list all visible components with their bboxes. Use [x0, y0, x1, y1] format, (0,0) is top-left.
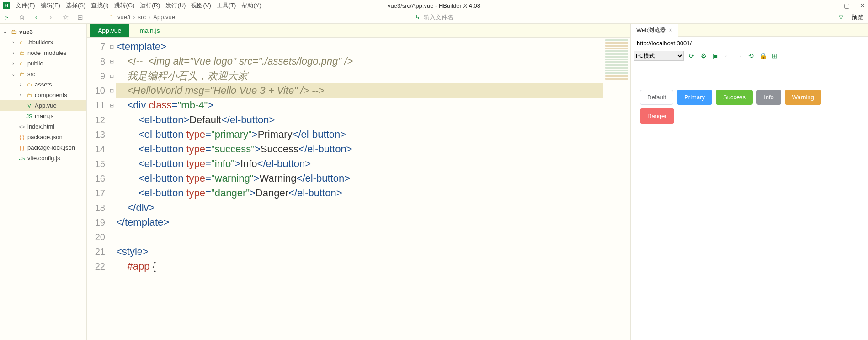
menu-item[interactable]: 运行(R)	[140, 1, 160, 10]
chevron-right-icon: ›	[133, 14, 135, 21]
search-placeholder: 输入文件名	[424, 13, 453, 22]
breadcrumb-part[interactable]: vue3	[117, 14, 130, 21]
tree-label: App.vue	[35, 102, 57, 109]
toolbar: ⎘ ⎙ ‹ › ☆ ⊞ 🗀 vue3 › src › App.vue ↳ 输入文…	[0, 11, 868, 24]
chevron-icon: ⌄	[10, 71, 16, 76]
tree-item[interactable]: ›🗀assets	[0, 79, 86, 90]
tree-label: public	[27, 60, 43, 67]
tree-item[interactable]: VApp.vue	[0, 100, 86, 111]
tree-item[interactable]: <>index.html	[0, 121, 86, 132]
menu-item[interactable]: 发行(U)	[165, 1, 186, 10]
browser-tab[interactable]: Web浏览器 ×	[631, 24, 678, 37]
lock-icon[interactable]: 🔒	[759, 52, 767, 59]
tree-label: vite.config.js	[27, 155, 60, 162]
browser-viewport: DefaultPrimarySuccessInfoWarningDanger	[631, 62, 868, 340]
tree-item[interactable]: { }package.json	[0, 132, 86, 142]
app-logo-icon: H	[3, 2, 10, 9]
editor-tab[interactable]: App.vue	[90, 24, 129, 37]
screenshot-icon[interactable]: ▣	[711, 52, 719, 59]
preview-button-info[interactable]: Info	[756, 90, 781, 105]
tree-label: main.js	[35, 113, 53, 119]
tree-item[interactable]: ›🗀.hbuilderx	[0, 37, 86, 48]
preview-button[interactable]: 预览	[852, 13, 863, 22]
html-icon: <>	[18, 124, 26, 130]
folder-icon: 🗀	[26, 82, 33, 87]
chevron-down-icon: ⌄	[2, 29, 8, 34]
menu-item[interactable]: 文件(F)	[16, 1, 35, 10]
folder-open-icon: 🗀	[10, 28, 17, 35]
chevron-icon: ›	[10, 61, 16, 66]
menubar: H 文件(F)编辑(E)选择(S)查找(I)跳转(G)运行(R)发行(U)视图(…	[0, 0, 868, 11]
menu-item[interactable]: 工具(T)	[217, 1, 236, 10]
chevron-icon: ›	[17, 92, 24, 97]
folder-icon: 🗀	[26, 92, 33, 98]
menu-item[interactable]: 跳转(G)	[114, 1, 135, 10]
browser-tab-label: Web浏览器	[636, 26, 666, 34]
tree-item[interactable]: ›🗀components	[0, 90, 86, 100]
mode-select[interactable]: PC模式	[634, 51, 684, 61]
settings-icon[interactable]: ⚙	[699, 52, 708, 59]
code-editor[interactable]: 78910111213141516171819202122 ⊟⊟⊟⊟⊟ <tem…	[87, 38, 630, 340]
menu-item[interactable]: 帮助(Y)	[241, 1, 261, 10]
folder-icon: 🗀	[109, 14, 115, 21]
grid-icon[interactable]: ⊞	[771, 52, 779, 59]
chevron-icon: ›	[10, 40, 16, 45]
nav-forward-icon[interactable]: ›	[47, 13, 55, 22]
breadcrumb: 🗀 vue3 › src › App.vue	[109, 14, 175, 21]
web-browser-panel: Web浏览器 × PC模式 ⟳ ⚙ ▣ ← → ⟲ 🔒 ⊞ DefaultPri…	[630, 24, 868, 340]
maximize-icon[interactable]: ▢	[844, 2, 850, 9]
chevron-icon: ›	[10, 50, 16, 55]
tree-item[interactable]: ›🗀node_modules	[0, 48, 86, 58]
preview-button-danger[interactable]: Danger	[640, 108, 674, 124]
tree-item[interactable]: JSmain.js	[0, 111, 86, 121]
preview-button-success[interactable]: Success	[716, 90, 753, 105]
save-icon[interactable]: ⎙	[17, 13, 26, 22]
file-explorer[interactable]: ⌄ 🗀 vue3 ›🗀.hbuilderx›🗀node_modules›🗀pub…	[0, 24, 87, 340]
nav-back-icon[interactable]: ‹	[32, 13, 40, 22]
tree-item[interactable]: { }package-lock.json	[0, 142, 86, 153]
breadcrumb-part[interactable]: src	[138, 14, 146, 21]
close-icon[interactable]: ✕	[860, 2, 865, 9]
project-root[interactable]: ⌄ 🗀 vue3	[0, 27, 86, 37]
refresh-icon[interactable]: ⟲	[747, 52, 755, 59]
menu-item[interactable]: 编辑(E)	[41, 1, 60, 10]
breadcrumb-part[interactable]: App.vue	[153, 14, 175, 21]
chevron-right-icon: ›	[149, 14, 150, 21]
menu-item[interactable]: 查找(I)	[91, 1, 108, 10]
back-icon[interactable]: ←	[723, 52, 731, 59]
file-search[interactable]: ↳ 输入文件名	[415, 13, 453, 22]
js-icon: JS	[18, 156, 26, 161]
editor-tab[interactable]: main.js	[131, 24, 168, 37]
vue-icon: V	[26, 103, 33, 108]
explorer-icon[interactable]: ⊞	[76, 13, 84, 22]
json-icon: { }	[18, 135, 26, 140]
close-tab-icon[interactable]: ×	[669, 27, 672, 33]
filter-icon[interactable]: ▽	[839, 14, 843, 21]
tree-label: index.html	[27, 123, 54, 130]
preview-button-default[interactable]: Default	[640, 90, 673, 105]
star-icon[interactable]: ☆	[61, 13, 69, 22]
menu-item[interactable]: 视图(V)	[191, 1, 211, 10]
menu-item[interactable]: 选择(S)	[66, 1, 85, 10]
code-area[interactable]: <template> <!-- <img alt="Vue logo" src=…	[116, 38, 603, 340]
tree-label: node_modules	[27, 49, 66, 56]
chevron-icon: ›	[17, 82, 24, 87]
tree-item[interactable]: ⌄🗀src	[0, 69, 86, 79]
folder-icon: 🗀	[18, 50, 26, 56]
forward-icon[interactable]: →	[735, 52, 743, 59]
device-icon[interactable]: ⟳	[687, 52, 696, 59]
new-file-icon[interactable]: ⎘	[3, 13, 11, 22]
preview-button-primary[interactable]: Primary	[677, 90, 712, 105]
tree-label: vue3	[19, 28, 33, 35]
url-input[interactable]	[634, 38, 865, 48]
window-title: vue3/src/App.vue - HBuilder X 4.08	[388, 2, 480, 9]
fold-column[interactable]: ⊟⊟⊟⊟⊟	[110, 38, 116, 340]
tree-item[interactable]: ›🗀public	[0, 58, 86, 69]
tree-label: components	[35, 92, 67, 98]
preview-button-warning[interactable]: Warning	[785, 90, 821, 105]
minimap[interactable]	[603, 38, 630, 340]
tree-label: .hbuilderx	[27, 39, 53, 46]
tree-item[interactable]: JSvite.config.js	[0, 153, 86, 163]
minimize-icon[interactable]: —	[827, 2, 834, 9]
folder-icon: 🗀	[18, 40, 26, 45]
